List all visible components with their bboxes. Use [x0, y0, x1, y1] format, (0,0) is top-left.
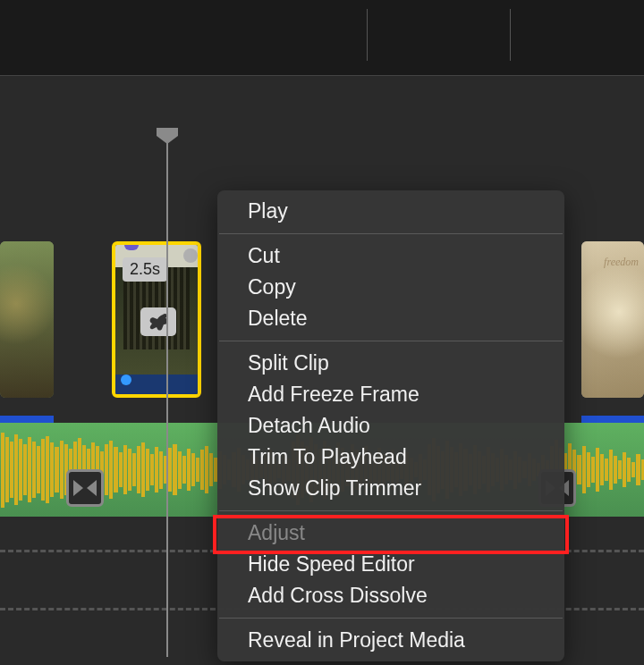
menu-item-play[interactable]: Play [217, 196, 564, 227]
menu-item-split-clip[interactable]: Split Clip [217, 348, 564, 379]
menu-item-reveal-in-project-media[interactable]: Reveal in Project Media [217, 625, 564, 656]
menu-separator [219, 510, 563, 511]
menu-item-adjust: Adjust [217, 518, 564, 549]
duration-badge: 2.5s [123, 257, 167, 282]
menu-item-cut[interactable]: Cut [217, 240, 564, 272]
speed-indicator-rabbit-icon [140, 307, 176, 336]
menu-separator [219, 233, 563, 234]
toolbar-divider [367, 9, 368, 61]
menu-item-add-cross-dissolve[interactable]: Add Cross Dissolve [217, 580, 564, 611]
menu-separator [219, 341, 563, 341]
menu-item-copy[interactable]: Copy [217, 272, 564, 303]
video-clip[interactable] [0, 241, 54, 398]
menu-item-hide-speed-editor[interactable]: Hide Speed Editor [217, 549, 564, 580]
clip-marker-icon[interactable] [124, 241, 139, 250]
timeline[interactable]: 2.5s freedom PlayCutCopyDeleteSplit Clip… [0, 76, 644, 665]
playhead[interactable] [166, 76, 168, 665]
video-clip-selected[interactable]: 2.5s [112, 241, 201, 398]
clip-overlay-text: freedom [604, 256, 639, 269]
menu-item-detach-audio[interactable]: Detach Audio [217, 410, 564, 442]
audio-keyframe-icon[interactable] [121, 375, 131, 385]
toolbar-divider [510, 9, 511, 61]
context-menu: PlayCutCopyDeleteSplit ClipAdd Freeze Fr… [217, 190, 564, 661]
toolbar [0, 0, 644, 76]
menu-item-show-clip-trimmer[interactable]: Show Clip Trimmer [217, 473, 564, 504]
menu-item-trim-to-playhead[interactable]: Trim To Playhead [217, 442, 564, 473]
video-clip[interactable]: freedom [581, 241, 644, 398]
speed-handle-icon[interactable] [183, 248, 198, 263]
menu-item-delete[interactable]: Delete [217, 303, 564, 334]
menu-separator [219, 618, 563, 619]
playhead-line [166, 139, 168, 657]
transition-icon[interactable] [66, 469, 104, 507]
menu-item-add-freeze-frame[interactable]: Add Freeze Frame [217, 379, 564, 410]
